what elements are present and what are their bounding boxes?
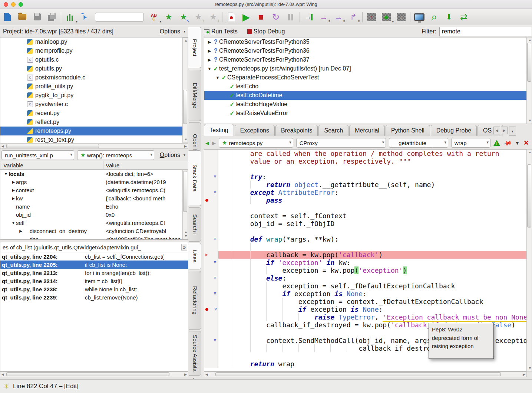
- file-row[interactable]: optutils.py: [0, 64, 188, 73]
- debug-frame-dropdown[interactable]: run_unittests_xml.p: [1, 150, 74, 160]
- value-column-header[interactable]: Value: [103, 162, 119, 168]
- code-line[interactable]: value or an exception, respectively. """: [204, 157, 526, 165]
- panel-tab-source-assista[interactable]: Source Assista: [189, 331, 201, 376]
- use-row[interactable]: qt_utils.py, line 2205:if cb_list is Non…: [0, 261, 188, 269]
- bookmark-icon[interactable]: ★: [161, 10, 176, 24]
- expander-icon[interactable]: ▶: [11, 188, 16, 192]
- step-into-icon[interactable]: [301, 10, 316, 24]
- expander-icon[interactable]: ▼: [3, 172, 9, 176]
- variable-column-header[interactable]: Variable: [0, 161, 103, 169]
- code-line[interactable]: exception = self._fDefaultExceptionCallb…: [204, 282, 526, 290]
- code-line[interactable]: are called when the operation / method c…: [204, 150, 526, 157]
- test-filter-input[interactable]: [439, 27, 532, 36]
- exec-pointer-icon[interactable]: [204, 251, 218, 259]
- run-debug-icon[interactable]: ▶: [239, 10, 254, 24]
- file-row[interactable]: pygtk_to_pi.py: [0, 91, 188, 100]
- tree-expander-icon[interactable]: ▶: [206, 40, 212, 45]
- fold-marker-icon[interactable]: [204, 235, 218, 243]
- breakpoint-icon[interactable]: [204, 196, 218, 204]
- profiler-icon[interactable]: ▾: [63, 10, 77, 24]
- variable-row[interactable]: ▼self<wingutils.remoteops.Cl: [0, 219, 188, 227]
- editor-hscrollbar[interactable]: ◀ ▶: [204, 371, 527, 377]
- editor-file-dropdown[interactable]: ★remoteops.py: [219, 138, 293, 148]
- code-line[interactable]: exception = context._fDefaultExceptionCa…: [204, 298, 526, 305]
- close-editor-icon[interactable]: ✕: [523, 139, 529, 147]
- variable-row[interactable]: obj_id0x0: [0, 210, 188, 219]
- code-line[interactable]: [204, 227, 526, 235]
- file-row[interactable]: coptutils.c: [0, 55, 188, 64]
- code-line[interactable]: pass: [204, 196, 526, 204]
- variable-row[interactable]: ▶context<wingutils.remoteops.C(: [0, 186, 188, 194]
- use-row[interactable]: qt_utils.py, line 2214:item = cb_list[i]: [0, 277, 188, 285]
- test-tree-row[interactable]: ✓testRaiseValueError: [204, 109, 526, 118]
- tree-expander-icon[interactable]: ▶: [206, 58, 212, 62]
- test-tree-row[interactable]: ▶?CRemoteServerTestsForPython36: [204, 46, 526, 55]
- code-line[interactable]: try:: [204, 173, 526, 181]
- test-tree-row[interactable]: ✓testEchoHugeValue: [204, 100, 526, 109]
- file-row[interactable]: cpyvalwriter.c: [0, 100, 188, 109]
- close-window-button[interactable]: [4, 2, 8, 7]
- code-line[interactable]: [204, 243, 526, 251]
- code-line[interactable]: [204, 165, 526, 173]
- test-tree-vscrollbar[interactable]: ▲ ▼: [526, 37, 532, 124]
- variable-row[interactable]: __doc__<0x1095caf00>The most base type: [0, 235, 188, 240]
- panel-tab-diff-merge[interactable]: Diff/Merge: [189, 70, 201, 121]
- code-line[interactable]: [204, 204, 526, 212]
- code-line[interactable]: return wrap: [204, 360, 526, 368]
- zoom-window-button[interactable]: [19, 2, 23, 7]
- variable-row[interactable]: ▼locals<locals dict; len=6>: [0, 170, 188, 178]
- goto-line-icon[interactable]: ⬇: [442, 10, 456, 24]
- code-line[interactable]: def wrap(*args, **kw):: [204, 235, 526, 243]
- expander-icon[interactable]: ▶: [11, 180, 16, 184]
- file-row[interactable]: mainloop.py: [0, 37, 188, 46]
- panel-tab-search-i[interactable]: Search i: [189, 207, 201, 242]
- tab-list-dropdown-icon[interactable]: ▾: [509, 127, 516, 136]
- save-all-icon[interactable]: [44, 10, 59, 24]
- project-vscrollbar[interactable]: ▲ ▼: [182, 37, 188, 143]
- variable-row[interactable]: nameEcho: [0, 202, 188, 210]
- save-icon[interactable]: [30, 10, 44, 24]
- step-over-line-icon[interactable]: →▪: [331, 10, 346, 24]
- code-line[interactable]: return object.__getattribute__(self, nam…: [204, 181, 526, 189]
- spellcheck-icon[interactable]: ABÇ▾: [146, 10, 161, 24]
- breakpoint-disable-icon[interactable]: ↓: [394, 10, 409, 24]
- file-row[interactable]: profile_utils.py: [0, 82, 188, 91]
- search-code-icon[interactable]: ⌕: [427, 10, 442, 24]
- nav-forward-icon[interactable]: ▶: [212, 140, 216, 146]
- stop-debug-button[interactable]: Stop Debug: [247, 28, 285, 35]
- stack-vscrollbar[interactable]: ▲ ▼: [182, 170, 188, 239]
- code-line[interactable]: if exception is None:: [204, 305, 526, 313]
- code-line[interactable]: raise TypeError, 'Exception callback mus…: [204, 313, 526, 321]
- bookmark-next-icon[interactable]: ★↓: [206, 10, 221, 24]
- tree-expander-icon[interactable]: ▼: [206, 66, 212, 71]
- code-line[interactable]: context = self._fContext: [204, 212, 526, 220]
- file-row[interactable]: recent.py: [0, 109, 188, 118]
- file-row[interactable]: rest_to_text.py: [0, 135, 188, 143]
- tab-scroll-left-icon[interactable]: ◀: [493, 127, 500, 134]
- bookmark-select-icon[interactable]: ★↖: [176, 10, 191, 24]
- use-row[interactable]: qt_utils.py, line 2213:for i in xrange(l…: [0, 269, 188, 277]
- select-mode-icon[interactable]: [77, 10, 92, 24]
- step-over-statement-icon[interactable]: →▪: [316, 10, 331, 24]
- breakpoint-enable-icon[interactable]: ↑: [364, 10, 379, 24]
- variable-row[interactable]: ▶kw{'callback': <bound meth: [0, 194, 188, 202]
- use-row[interactable]: qt_utils.py, line 2239:cb_list.remove(No…: [0, 293, 188, 301]
- fold-marker-icon[interactable]: [204, 337, 218, 344]
- refresh-icon[interactable]: ⇄: [456, 10, 471, 24]
- panel-tab-stack-data[interactable]: Stack Data: [188, 150, 201, 206]
- expander-icon[interactable]: ▶: [11, 196, 16, 200]
- code-line[interactable]: obj_id = self._fObjID: [204, 220, 526, 227]
- fold-marker-icon[interactable]: [204, 173, 218, 181]
- file-row[interactable]: memprofile.py: [0, 46, 188, 55]
- test-tree-row[interactable]: ▼✓test_remoteops.py (src/wingutils/test)…: [204, 64, 526, 73]
- editor-class-dropdown[interactable]: CProxy: [296, 138, 386, 148]
- test-tree-row[interactable]: ▼✓CSeparateProcessEchoServerTest: [204, 73, 526, 82]
- bug-icon[interactable]: ✳: [4, 382, 9, 390]
- breakpoint-icon[interactable]: [204, 305, 218, 313]
- tab-python-shell[interactable]: Python Shell: [386, 125, 430, 136]
- variable-row[interactable]: ▶args(datetime.datetime(2019: [0, 178, 188, 186]
- project-hscrollbar[interactable]: ◀ ▶: [0, 143, 188, 149]
- bookmark-prev-icon[interactable]: ★↑: [191, 10, 206, 24]
- file-row[interactable]: remoteops.py: [0, 127, 188, 135]
- test-tree-row[interactable]: ▶?CRemoteServerTestsForPython37: [204, 55, 526, 64]
